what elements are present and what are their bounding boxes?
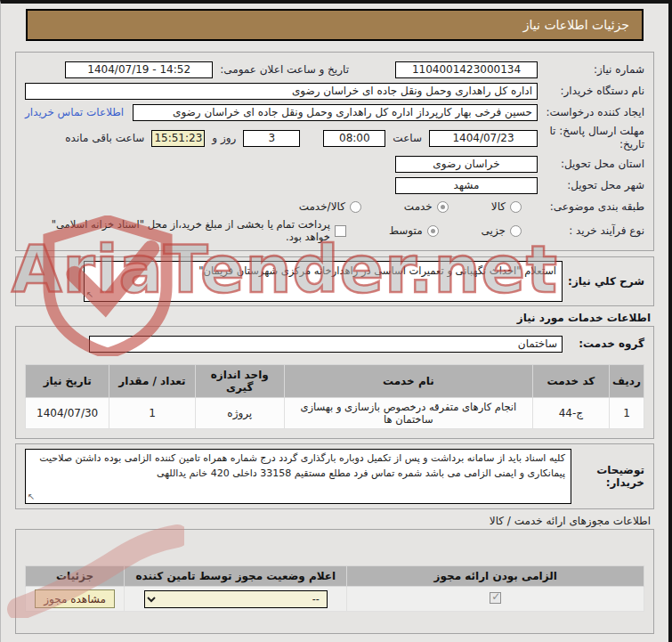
need-details-page: { "window": { "title": "جزئیات اطلاعات ن… [0, 0, 672, 642]
city-field[interactable]: مشهد [395, 177, 538, 194]
radio-icon[interactable] [510, 225, 522, 237]
radio-option-minor[interactable]: جزیی [482, 224, 522, 237]
col-service-code: کد خدمت [532, 365, 609, 398]
service-table-row[interactable]: 1 ج-44 انجام کارهای متفرقه درخصوص بازساز… [26, 398, 644, 429]
permits-groupbox: الزامی بودن ارائه مجوز اعلام وضعیت مجوز … [15, 529, 654, 634]
city-row: شهر محل تحویل: مشهد [25, 175, 644, 195]
deadline-label: مهلت ارسال پاسخ: تا تاریخ: [538, 125, 644, 151]
radio-option-goods[interactable]: کالا [491, 200, 522, 213]
process-type-row: نوع فرآیند خرید : جزیی متوسط پرداخت تمام… [25, 218, 644, 243]
need-description-text: استعلام "احداث نگهبانی و تعمیرات اساسی د… [198, 264, 556, 277]
cell-need-date: 1404/07/30 [26, 398, 109, 429]
need-description-label: شرح کلي نیاز: [563, 275, 644, 288]
request-creator-field[interactable]: حسین فرخی بهار کارپرداز اداره کل راهداری… [133, 104, 538, 121]
province-label: استان محل تحویل: [538, 158, 644, 171]
classification-label: طبقه بندی موضوعی: [538, 200, 644, 214]
checked-checkbox-icon[interactable] [490, 592, 501, 604]
permit-status-select[interactable]: -- [144, 590, 328, 608]
cell-unit: پروژه [195, 398, 284, 429]
remaining-days-field[interactable]: 3 [243, 130, 300, 147]
radio-label: خدمت [404, 200, 433, 213]
col-permit-details: جزئیات [26, 566, 125, 587]
cell-permit-mandatory [347, 587, 644, 612]
permit-table-row: -- مشاهده مجوز [26, 587, 644, 612]
buyer-notes-text: کلیه اسناد باید از سامانه برداشت و پس از… [39, 452, 565, 479]
buyer-contact-link[interactable]: اطلاعات تماس خریدار [25, 106, 124, 118]
radio-option-goods-service[interactable]: کالا/خدمت [299, 200, 361, 213]
radio-selected-icon[interactable] [427, 225, 439, 237]
deadline-hour-label: ساعت [393, 132, 422, 144]
buyer-notes-textarea[interactable]: کلیه اسناد باید از سامانه برداشت و پس از… [25, 449, 571, 504]
cell-quantity: 1 [109, 398, 195, 429]
cell-row-number: 1 [610, 398, 644, 429]
col-row-number: ردیف [610, 365, 644, 398]
buyer-org-label: نام دستگاه خریدار: [538, 85, 644, 98]
permits-section-title: اطلاعات مجوزهای ارائه خدمت / کالا [15, 515, 651, 527]
announce-label: تاریخ و ساعت اعلان عمومی: [220, 63, 349, 76]
cell-service-code: ج-44 [532, 398, 609, 429]
need-info-groupbox: شماره نیاز: 1104001423000134 تاریخ و ساع… [15, 52, 654, 251]
services-section-title: اطلاعات خدمات مورد نیاز [15, 312, 651, 324]
services-table: ردیف کد خدمت نام خدمت واحد اندازه گیری ت… [25, 364, 644, 429]
remaining-days-label: روز و [212, 132, 236, 144]
col-quantity: تعداد / مقدار [109, 365, 195, 398]
province-row: استان محل تحویل: خراسان رضوی [25, 154, 644, 174]
radio-option-medium[interactable]: متوسط [389, 224, 439, 237]
service-group-field[interactable]: ساختمان [89, 336, 563, 353]
city-label: شهر محل تحویل: [538, 179, 644, 192]
cell-permit-status: -- [125, 587, 347, 612]
buyer-org-field[interactable]: اداره کل راهداری وحمل ونقل جاده ای خراسا… [25, 83, 538, 100]
deadline-row: مهلت ارسال پاسخ: تا تاریخ: 1404/07/23 سا… [25, 124, 644, 152]
need-number-row: شماره نیاز: 1104001423000134 تاریخ و ساع… [25, 60, 644, 79]
services-table-header-row: ردیف کد خدمت نام خدمت واحد اندازه گیری ت… [26, 365, 644, 398]
radio-label: کالا [491, 200, 506, 213]
buyer-notes-groupbox: توضیحات خریدار: کلیه اسناد باید از سامان… [15, 443, 654, 509]
request-creator-label: ایجاد کننده درخواست: [538, 106, 644, 119]
treasury-checkbox-option[interactable]: پرداخت تمام یا بخشی از مبلغ خرید،از محل … [25, 218, 346, 243]
announce-datetime-field[interactable]: 1404/07/19 - 14:52 [65, 61, 213, 78]
col-need-date: تاریخ نیاز [26, 365, 109, 398]
need-description-textarea[interactable]: استعلام "احداث نگهبانی و تعمیرات اساسی د… [84, 261, 563, 302]
radio-icon[interactable] [350, 201, 361, 213]
service-group-label: گروه خدمت: [563, 337, 644, 350]
radio-option-service[interactable]: خدمت [404, 200, 449, 213]
remaining-time-field[interactable]: 15:51:23 [151, 130, 205, 147]
radio-label: متوسط [389, 224, 423, 237]
page-title-bar: جزئیات اطلاعات نیاز [26, 9, 644, 41]
buyer-org-row: نام دستگاه خریدار: اداره کل راهداری وحمل… [25, 81, 644, 101]
radio-label: کالا/خدمت [299, 200, 345, 213]
services-groupbox: گروه خدمت: ساختمان ردیف کد خدمت نام خدمت… [15, 326, 654, 439]
radio-selected-icon[interactable] [437, 201, 449, 213]
need-description-groupbox: شرح کلي نیاز: استعلام "احداث نگهبانی و ت… [15, 256, 654, 306]
col-service-name: نام خدمت [284, 365, 532, 398]
need-number-label: شماره نیاز: [538, 63, 644, 77]
permits-table: الزامی بودن ارائه مجوز اعلام وضعیت مجوز … [25, 565, 644, 612]
radio-label: جزیی [482, 224, 506, 237]
col-unit: واحد اندازه گیری [195, 365, 284, 398]
service-group-row: گروه خدمت: ساختمان [25, 334, 644, 354]
request-creator-row: ایجاد کننده درخواست: حسین فرخی بهار کارپ… [25, 102, 644, 122]
col-permit-status: اعلام وضعیت مجوز توسط تامین کننده [125, 566, 347, 587]
cell-service-name: انجام کارهای متفرقه درخصوص بازسازی و بهس… [284, 398, 532, 429]
radio-icon[interactable] [510, 201, 522, 213]
checkbox-label: پرداخت تمام یا بخشی از مبلغ خرید،از محل … [25, 218, 330, 243]
permits-table-header-row: الزامی بودن ارائه مجوز اعلام وضعیت مجوز … [26, 566, 644, 587]
checkbox-icon[interactable] [335, 225, 346, 237]
classification-row: طبقه بندی موضوعی: کالا خدمت کالا/خدمت [25, 197, 644, 216]
page-title: جزئیات اطلاعات نیاز [523, 18, 629, 32]
need-number-field[interactable]: 1104001423000134 [395, 61, 538, 78]
deadline-time-field[interactable]: 08:00 [323, 130, 385, 147]
province-field[interactable]: خراسان رضوی [395, 156, 538, 173]
resize-grip-icon[interactable]: ↖ [28, 490, 35, 503]
deadline-date-field[interactable]: 1404/07/23 [429, 130, 538, 147]
remaining-time-label: ساعت باقی مانده [65, 132, 144, 144]
resize-grip-icon[interactable]: ↖ [86, 288, 93, 301]
view-permit-button[interactable]: مشاهده مجوز [35, 589, 115, 608]
process-type-label: نوع فرآیند خرید : [538, 224, 644, 238]
cell-permit-details: مشاهده مجوز [26, 587, 125, 612]
buyer-notes-label: توضیحات خریدار: [571, 464, 644, 489]
col-permit-mandatory: الزامی بودن ارائه مجوز [347, 566, 644, 587]
